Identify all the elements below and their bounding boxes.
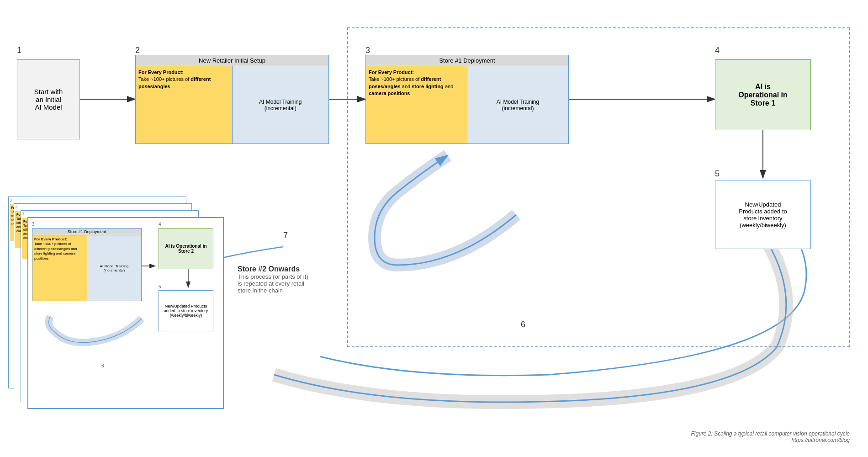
step1-box: Start with an Initial AI Model <box>17 59 80 139</box>
step2-box: New Retailer Initial Setup For Every Pro… <box>135 55 329 144</box>
mini-step3-header: Store #1 Deployment <box>32 228 141 235</box>
mini-arrow-3-4 <box>142 261 160 271</box>
step1-label: Start with an Initial AI Model <box>34 88 63 111</box>
step2-number: 2 <box>135 46 140 55</box>
step2-blue: AI Model Training (incremental) <box>233 66 329 143</box>
step1-number: 1 <box>17 46 21 55</box>
store2-title: Store #2 Onwards This process (or parts … <box>238 265 308 294</box>
figure-caption: Figure 2: Scaling a typical retail compu… <box>667 430 850 443</box>
mini-arrow-4-5 <box>184 269 193 292</box>
dashed-region <box>347 27 850 347</box>
mini-card-front: 3 Store #1 Deployment For Every Product:… <box>27 217 224 409</box>
step2-header: New Retailer Initial Setup <box>136 55 328 66</box>
diagram: 1 Start with an Initial AI Model 2 New R… <box>0 0 868 457</box>
mini-step4-box: AI is Operational in Store 2 <box>159 228 213 269</box>
mini-step5-box: New/Updated Products added to store inve… <box>159 290 213 331</box>
mini-step3-box: Store #1 Deployment For Every Product: T… <box>32 228 142 301</box>
mini-curved-arrow <box>32 300 160 355</box>
step7-number: 7 <box>283 231 288 240</box>
step2-yellow: For Every Product: Take ~100+ pictures o… <box>136 66 233 143</box>
